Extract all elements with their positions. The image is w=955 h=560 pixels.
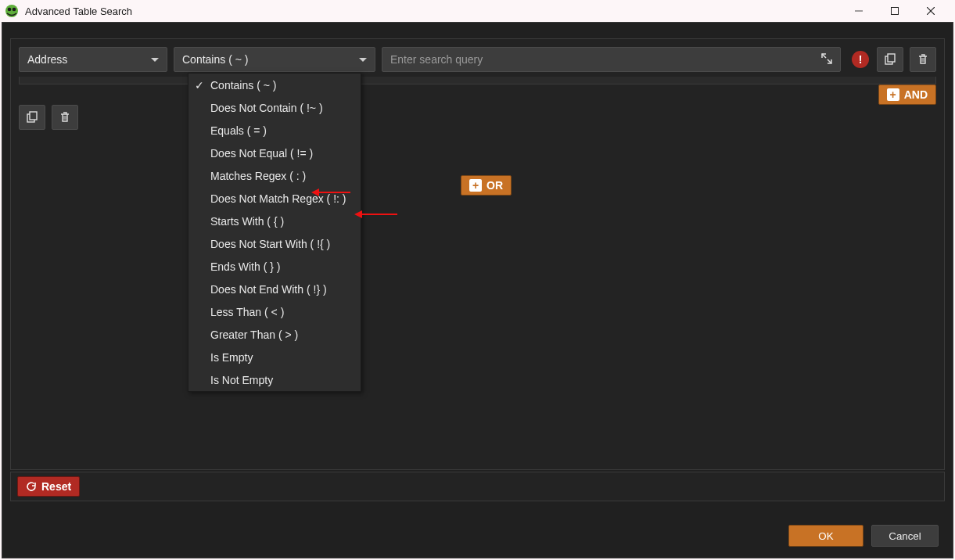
svg-point-1 <box>8 8 12 12</box>
cancel-button[interactable]: Cancel <box>871 525 939 547</box>
maximize-button[interactable] <box>877 0 913 22</box>
operator-option[interactable]: Greater Than ( > ) <box>188 323 361 346</box>
search-input[interactable] <box>390 53 821 66</box>
annotation-arrow <box>311 187 350 198</box>
ok-button[interactable]: OK <box>788 525 863 547</box>
svg-line-5 <box>927 7 935 15</box>
svg-rect-4 <box>892 8 899 15</box>
delete-rule-button[interactable] <box>910 47 936 72</box>
operator-option[interactable]: Matches Regex ( : ) <box>188 164 361 187</box>
duplicate-rule-button[interactable] <box>877 47 903 72</box>
chevron-down-icon <box>359 58 367 62</box>
operator-option[interactable]: Is Empty <box>188 346 361 368</box>
operator-option[interactable]: Is Not Empty <box>188 368 361 391</box>
refresh-icon <box>26 481 37 492</box>
annotation-arrow <box>354 209 397 220</box>
operator-option[interactable]: Does Not Start With ( !{ ) <box>188 232 361 255</box>
criteria-row: Address Contains ( ~ ) ! <box>11 39 944 72</box>
chevron-down-icon <box>151 58 159 62</box>
svg-point-2 <box>13 8 16 12</box>
app-body: Address Contains ( ~ ) ! <box>2 22 953 558</box>
plus-icon: + <box>469 179 482 192</box>
operator-select-label: Contains ( ~ ) <box>182 53 359 66</box>
window-title: Advanced Table Search <box>25 5 132 17</box>
operator-option[interactable]: Does Not Contain ( !~ ) <box>188 96 361 119</box>
svg-marker-16 <box>311 188 319 196</box>
expand-icon[interactable] <box>821 53 832 66</box>
add-and-label: AND <box>904 88 928 101</box>
field-select[interactable]: Address <box>19 47 167 72</box>
duplicate-group-button[interactable] <box>19 105 45 130</box>
reset-label: Reset <box>41 480 71 493</box>
svg-line-6 <box>927 7 935 15</box>
app-icon <box>5 4 19 18</box>
operator-option[interactable]: Does Not Equal ( != ) <box>188 142 361 164</box>
reset-button[interactable]: Reset <box>17 476 80 497</box>
titlebar: Advanced Table Search <box>0 0 955 22</box>
svg-marker-18 <box>354 210 362 218</box>
add-or-button[interactable]: + OR <box>461 175 512 196</box>
dialog-footer: OK Cancel <box>2 514 953 558</box>
operator-dropdown: Contains ( ~ )Does Not Contain ( !~ )Equ… <box>188 73 361 392</box>
search-panel: Address Contains ( ~ ) ! <box>10 38 945 470</box>
reset-bar: Reset <box>10 472 945 501</box>
operator-option[interactable]: Does Not End With ( !} ) <box>188 278 361 300</box>
svg-rect-12 <box>30 112 37 120</box>
criteria-subbar <box>19 77 936 84</box>
operator-select[interactable]: Contains ( ~ ) <box>174 47 375 72</box>
operator-option[interactable]: Less Than ( < ) <box>188 300 361 323</box>
operator-option[interactable]: Contains ( ~ ) <box>188 74 361 96</box>
error-indicator-icon[interactable]: ! <box>852 51 869 68</box>
field-select-label: Address <box>27 53 151 66</box>
svg-rect-8 <box>888 54 895 62</box>
operator-option[interactable]: Equals ( = ) <box>188 119 361 142</box>
group-actions <box>11 84 944 130</box>
operator-option[interactable]: Starts With ( { ) <box>188 210 361 232</box>
delete-group-button[interactable] <box>52 105 78 130</box>
minimize-button[interactable] <box>841 0 877 22</box>
operator-option[interactable]: Ends With ( } ) <box>188 255 361 278</box>
add-or-label: OR <box>486 179 503 192</box>
close-button[interactable] <box>913 0 949 22</box>
plus-icon: + <box>887 88 899 101</box>
add-and-button[interactable]: + AND <box>878 84 936 105</box>
search-field-wrap <box>382 47 841 72</box>
